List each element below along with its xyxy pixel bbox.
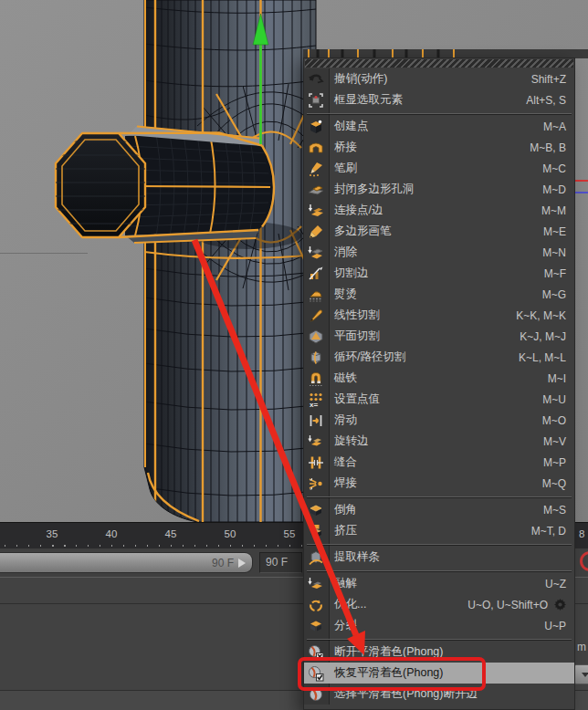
menu-item-shortcut: M~P xyxy=(536,456,566,469)
menu-item-label: 平面切割 xyxy=(334,329,380,344)
app-window: 35404550558 90 F 90 F m 撤销(动作)Shift+Z框显选… xyxy=(0,0,588,710)
menu-item-label: 旋转边 xyxy=(334,433,369,449)
branch-front-cap xyxy=(56,133,145,237)
menu-item[interactable]: 封闭多边形孔洞M~D xyxy=(304,179,574,200)
menu-item-label: 桥接 xyxy=(334,140,357,155)
menu-item-shortcut: U~P xyxy=(537,620,566,632)
menu-item[interactable]: 分裂U~P xyxy=(304,615,574,636)
menu-item-label: 分裂 xyxy=(334,618,357,633)
stitch-icon xyxy=(307,454,325,472)
menu-item-shortcut: U~Z xyxy=(538,578,566,590)
timeline-ruler-label: 55 xyxy=(284,528,296,539)
menu-item[interactable]: 平面切割K~J, M~J xyxy=(304,326,574,347)
branch-cylinder xyxy=(53,126,274,243)
menu-item[interactable]: 切割边M~F xyxy=(304,263,574,284)
menu-item[interactable]: 断开平滑着色(Phong) xyxy=(304,642,574,663)
menu-item[interactable]: 循环/路径切割K~L, M~L xyxy=(304,347,574,368)
timeline-ruler-label: 50 xyxy=(225,528,236,539)
menu-item[interactable]: 恢复平滑着色(Phong) xyxy=(304,663,574,684)
dropdown-button[interactable] xyxy=(573,664,588,684)
weld-icon xyxy=(307,475,325,493)
create-point-icon xyxy=(307,118,325,136)
menu-item[interactable]: 倒角M~S xyxy=(304,499,574,520)
menu-item[interactable]: 多边形画笔M~E xyxy=(304,221,574,242)
frame-selected-icon xyxy=(307,91,325,110)
extract-spline-icon xyxy=(307,548,325,567)
menu-item-shortcut: M~M xyxy=(534,204,566,217)
dissolve-icon xyxy=(307,244,325,262)
undo-icon xyxy=(307,70,325,89)
menu-item-label: 倒角 xyxy=(334,502,357,517)
bevel-icon xyxy=(307,501,325,519)
timeline-ruler-label: 40 xyxy=(106,528,118,539)
play-icon xyxy=(238,559,246,568)
menu-item[interactable]: 创建点M~A xyxy=(304,116,574,137)
menu-item-shortcut: M~V xyxy=(536,435,566,448)
timeline-ruler-label: 8 xyxy=(579,528,584,539)
record-icon[interactable] xyxy=(580,551,588,571)
set-point-value-icon: x= xyxy=(307,391,325,409)
menu-item[interactable]: 缝合M~P xyxy=(304,452,574,473)
frame-field[interactable]: 90 F xyxy=(259,552,302,573)
menu-item[interactable]: 焊接M~Q xyxy=(304,473,574,494)
menu-item-label: 恢复平滑着色(Phong) xyxy=(334,665,443,681)
chevron-down-icon xyxy=(582,673,588,677)
menu-item[interactable]: 笔刷M~C xyxy=(304,158,574,179)
menu-item-label: 封闭多边形孔洞 xyxy=(334,182,415,197)
menu-item-shortcut: Alt+S, S xyxy=(519,94,566,107)
menu-item-label: 提取样条 xyxy=(334,549,380,565)
menu-item[interactable]: 熨烫M~G xyxy=(304,284,574,305)
menu-item-shortcut: M~C xyxy=(535,162,566,175)
menu-item[interactable]: 磁铁M~I xyxy=(304,368,574,389)
menu-item[interactable]: 滑动M~O xyxy=(304,410,574,431)
menu-item-label: 连接点/边 xyxy=(334,203,383,218)
menu-item[interactable]: 优化...U~O, U~Shift+O xyxy=(304,594,574,615)
slide-icon xyxy=(307,412,325,430)
menu-item[interactable]: 撤销(动作)Shift+Z xyxy=(304,68,574,89)
menu-item[interactable]: 融解U~Z xyxy=(304,573,574,594)
menu-item-label: 切割边 xyxy=(334,266,369,281)
menu-item-label: 选择平滑着色(Phong)断开边 xyxy=(334,686,478,702)
menu-item[interactable]: 旋转边M~V xyxy=(304,431,574,452)
menu-item-label: 磁铁 xyxy=(334,371,357,386)
rotate-edge-icon xyxy=(307,433,325,451)
menu-item-label: 多边形画笔 xyxy=(334,224,392,239)
timeline-range-slider[interactable]: 90 F xyxy=(0,552,253,573)
menu-item-shortcut: U~O, U~Shift+O xyxy=(460,599,548,611)
menu-item-label: 滑动 xyxy=(334,412,357,428)
menu-item-shortcut: M~F xyxy=(537,267,566,280)
menu-item[interactable]: 挤压M~T, D xyxy=(304,520,574,541)
menu-item[interactable]: 线性切割K~K, M~K xyxy=(304,305,574,326)
menu-item[interactable]: 选择平滑着色(Phong)断开边 xyxy=(304,684,574,705)
menu-item-shortcut: Shift+Z xyxy=(524,73,566,86)
phong-select-icon xyxy=(307,685,325,704)
menu-item-label: 循环/路径切割 xyxy=(334,350,405,365)
cut-edge-icon xyxy=(307,265,325,283)
phong-break-icon xyxy=(307,643,325,662)
extrude-icon xyxy=(307,522,325,540)
menu-item-shortcut: M~D xyxy=(535,183,566,196)
menu-item-label: 消除 xyxy=(334,245,357,260)
menu-item-shortcut: K~L, M~L xyxy=(511,351,566,364)
menu-item-shortcut: M~N xyxy=(535,246,566,259)
menu-item-label: 撤销(动作) xyxy=(334,71,387,87)
menu-item[interactable]: 消除M~N xyxy=(304,242,574,263)
menu-item[interactable]: 框显选取元素Alt+S, S xyxy=(304,89,574,110)
magnet-icon xyxy=(307,370,325,388)
menu-item[interactable]: 提取样条 xyxy=(304,547,574,568)
split-icon xyxy=(307,617,325,635)
menu-item-label: 融解 xyxy=(334,576,357,591)
gear-icon[interactable] xyxy=(554,599,566,611)
poly-pen-icon xyxy=(307,223,325,241)
menu-item-label: 框显选取元素 xyxy=(334,92,403,108)
menu-item[interactable]: x=设置点值M~U xyxy=(304,389,574,410)
melt-icon xyxy=(307,575,325,593)
menu-grip[interactable] xyxy=(305,59,573,68)
menu-item[interactable]: 连接点/边M~M xyxy=(304,200,574,221)
menu-item-shortcut: M~G xyxy=(535,288,566,301)
timeline-ruler-label: 35 xyxy=(47,528,58,539)
menu-item[interactable]: 桥接M~B, B xyxy=(304,137,574,158)
timeline-ruler-label: 45 xyxy=(165,528,177,539)
menu-item-shortcut: M~S xyxy=(536,504,566,517)
menu-item-shortcut: M~E xyxy=(536,225,566,238)
